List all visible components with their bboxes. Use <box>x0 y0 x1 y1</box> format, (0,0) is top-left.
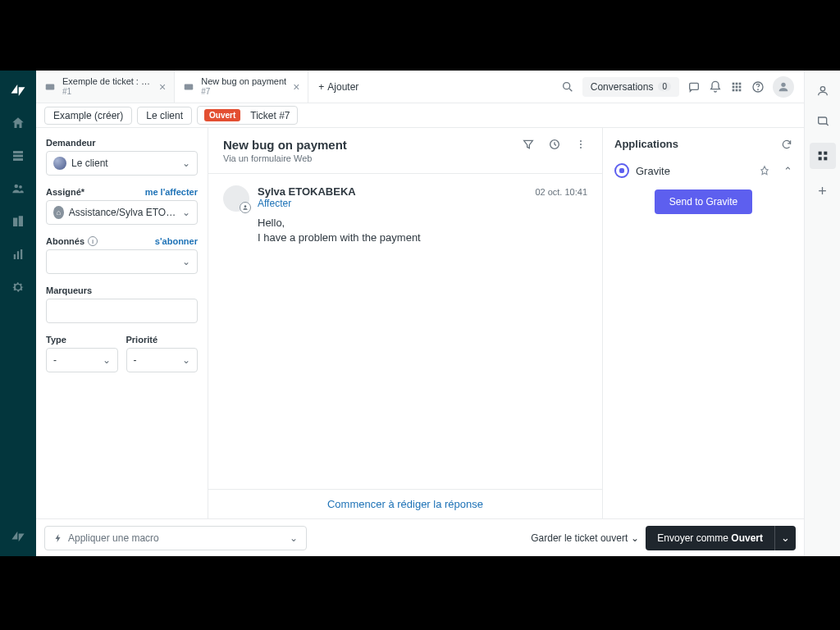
events-icon[interactable] <box>548 138 561 151</box>
priority-select[interactable]: - ⌄ <box>126 348 199 372</box>
requester-select[interactable]: Le client ⌄ <box>46 151 198 176</box>
workspace: Demandeur Le client ⌄ Assigné* me l'affe… <box>36 128 804 518</box>
breadcrumb-example[interactable]: Example (créer) <box>44 107 132 125</box>
admin-gear-icon[interactable] <box>10 279 26 295</box>
tab-subtitle: #7 <box>201 87 286 97</box>
status-badge: Ouvert <box>204 109 240 121</box>
svg-point-12 <box>563 82 569 89</box>
svg-rect-21 <box>733 89 735 91</box>
message-avatar <box>223 185 249 212</box>
svg-rect-23 <box>739 89 742 91</box>
svg-rect-6 <box>19 216 23 226</box>
keep-ticket-open[interactable]: Garder le ticket ouvert ⌄ <box>531 532 639 544</box>
user-badge-icon <box>240 202 251 213</box>
svg-rect-11 <box>185 84 194 89</box>
add-tab-button[interactable]: + Ajouter <box>308 71 368 103</box>
priority-label: Priorité <box>126 335 199 345</box>
more-icon[interactable] <box>574 138 587 151</box>
add-label: Ajouter <box>327 81 358 93</box>
svg-rect-17 <box>739 82 742 84</box>
ticket-number: Ticket #7 <box>250 110 290 121</box>
ticket-icon <box>183 81 194 93</box>
message-author: Sylva ETOKABEKA <box>258 185 356 198</box>
type-select[interactable]: - ⌄ <box>46 348 118 372</box>
tags-label: Marqueurs <box>46 285 198 295</box>
macro-select[interactable]: Appliquer une macro ⌄ <box>44 526 307 550</box>
svg-rect-18 <box>733 85 735 88</box>
notifications-icon[interactable] <box>709 80 722 94</box>
assignee-select[interactable]: ⌂ Assistance/Sylva ETOKABEKA ⌄ <box>46 200 198 225</box>
svg-rect-0 <box>13 151 23 153</box>
organizations-icon[interactable] <box>10 213 26 230</box>
svg-line-13 <box>569 89 572 91</box>
priority-value: - <box>134 354 137 366</box>
svg-point-26 <box>781 82 785 86</box>
svg-rect-33 <box>818 152 821 155</box>
apps-grid-icon[interactable] <box>730 80 743 94</box>
add-app-icon[interactable]: + <box>815 184 830 199</box>
assign-to-me-link[interactable]: me l'affecter <box>145 187 198 197</box>
tab-title: New bug on payment <box>201 76 286 87</box>
reporting-icon[interactable] <box>10 246 26 262</box>
svg-rect-8 <box>17 251 19 259</box>
search-icon[interactable] <box>561 80 574 94</box>
lightning-icon <box>53 533 63 543</box>
zendesk-logo-icon <box>10 82 26 98</box>
gravite-logo-icon <box>614 163 629 178</box>
assign-link[interactable]: Affecter <box>258 198 587 209</box>
svg-rect-35 <box>818 157 821 160</box>
followers-label: Abonnés <box>46 236 84 246</box>
breadcrumb-ticket[interactable]: Ouvert Ticket #7 <box>197 106 297 125</box>
svg-point-28 <box>580 140 582 142</box>
breadcrumb-client[interactable]: Le client <box>137 107 192 125</box>
home-icon[interactable] <box>10 115 26 131</box>
help-icon[interactable] <box>751 80 765 94</box>
apps-panel: Applications Gravite ⌃ S <box>603 128 804 518</box>
message-body: Hello, I have a problem with the payment <box>258 216 587 245</box>
ticket-properties-panel: Demandeur Le client ⌄ Assigné* me l'affe… <box>36 128 208 518</box>
pin-icon[interactable] <box>759 165 770 176</box>
compose-reply-hint[interactable]: Commencer à rédiger la réponse <box>208 489 602 518</box>
user-context-icon[interactable] <box>815 84 830 98</box>
profile-avatar[interactable] <box>773 76 794 98</box>
conversations-button[interactable]: Conversations 0 <box>582 77 679 97</box>
submit-dropdown[interactable]: ⌄ <box>774 526 796 550</box>
apps-rail-button[interactable] <box>810 143 836 169</box>
zendesk-z-icon[interactable] <box>10 528 26 545</box>
svg-point-31 <box>244 205 247 208</box>
submit-prefix: Envoyer comme <box>657 532 731 544</box>
followers-select[interactable]: ⌄ <box>46 249 198 274</box>
views-icon[interactable] <box>10 148 26 164</box>
svg-rect-34 <box>824 152 827 155</box>
requester-value: Le client <box>71 158 108 169</box>
close-icon[interactable]: × <box>293 80 299 94</box>
chevron-up-icon[interactable]: ⌃ <box>783 165 792 177</box>
svg-rect-7 <box>14 254 16 259</box>
knowledge-icon[interactable] <box>815 113 830 128</box>
svg-rect-1 <box>13 155 23 158</box>
tab-ticket-1[interactable]: Exemple de ticket : Vo… #1 × <box>36 71 175 103</box>
chat-icon[interactable] <box>687 80 701 94</box>
refresh-icon[interactable] <box>781 139 792 150</box>
filter-icon[interactable] <box>522 138 535 151</box>
ticket-icon <box>44 81 56 93</box>
submit-button[interactable]: Envoyer comme Ouvert <box>646 526 774 550</box>
conversations-count: 0 <box>658 82 671 91</box>
chevron-down-icon: ⌄ <box>182 256 190 267</box>
svg-rect-5 <box>13 218 17 227</box>
ticket-via: Via un formulaire Web <box>223 153 347 163</box>
tags-input[interactable] <box>46 299 198 323</box>
send-to-gravite-button[interactable]: Send to Gravite <box>655 189 752 214</box>
chevron-down-icon: ⌄ <box>631 532 639 544</box>
svg-rect-14 <box>690 83 699 89</box>
assignee-label: Assigné* <box>46 187 84 197</box>
follow-link[interactable]: s'abonner <box>155 236 198 246</box>
app-name: Gravite <box>636 165 670 177</box>
requester-label: Demandeur <box>46 138 198 148</box>
svg-rect-10 <box>46 84 55 89</box>
close-icon[interactable]: × <box>159 80 166 94</box>
tab-ticket-7[interactable]: New bug on payment #7 × <box>175 71 308 103</box>
customers-icon[interactable] <box>10 180 26 197</box>
chevron-down-icon: ⌄ <box>182 354 190 366</box>
message-time: 02 oct. 10:41 <box>535 187 587 197</box>
